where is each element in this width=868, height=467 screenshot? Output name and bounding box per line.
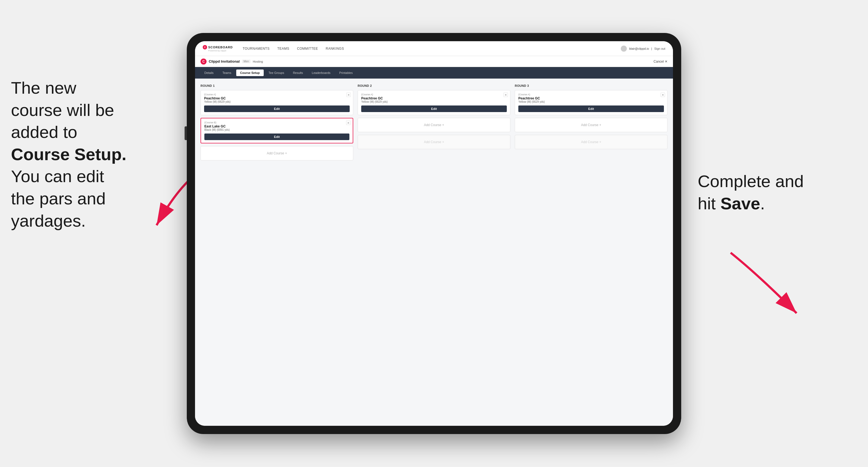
round2-course-a-tag: (Course A)	[361, 93, 507, 96]
tablet-frame: C SCOREBOARD Powered by clippd TOURNAMEN…	[187, 33, 681, 434]
tab-bar: Details Teams Course Setup Tee Groups Re…	[195, 67, 673, 79]
round3-add-course-2: Add Course +	[515, 135, 668, 149]
round2-add-course-1[interactable]: Add Course +	[358, 118, 510, 132]
top-nav: C SCOREBOARD Powered by clippd TOURNAMEN…	[195, 41, 673, 56]
tab-details[interactable]: Details	[200, 69, 218, 76]
annotation-left: The new course will be added to Course S…	[11, 77, 170, 232]
round3-add-course-2-text: Add Course +	[581, 140, 601, 144]
breadcrumb-content: C Clippd Invitational Men Hosting	[200, 59, 263, 65]
nav-committee[interactable]: COMMITTEE	[297, 47, 318, 51]
breadcrumb-bar: C Clippd Invitational Men Hosting Cancel…	[195, 56, 673, 67]
tab-tee-groups[interactable]: Tee Groups	[265, 69, 288, 76]
powered-label: Powered by clippd	[208, 50, 232, 52]
round1-course-b-edit-btn[interactable]: Edit	[205, 133, 349, 140]
tab-results[interactable]: Results	[289, 69, 307, 76]
round3-course-a-card: (Course A) Peachtree GC Yellow (M) (6629…	[515, 90, 668, 115]
breadcrumb-gender: Men	[242, 60, 250, 63]
round-1-label: Round 1	[200, 84, 353, 87]
arrow-right	[720, 247, 808, 324]
round3-add-course-1-text: Add Course +	[581, 123, 601, 127]
user-email: blair@clippd.io	[629, 47, 649, 50]
round-1-column: Round 1 (Course A) Peachtree GC Yellow (…	[200, 84, 353, 420]
cancel-button[interactable]: Cancel ✕	[653, 60, 668, 63]
course-b-details: Black (M) (6891 yds)	[205, 128, 349, 131]
round3-course-a-delete[interactable]: ✕	[661, 93, 665, 97]
nav-separator: |	[651, 47, 652, 50]
round3-course-a-edit-btn[interactable]: Edit	[518, 105, 664, 112]
nav-logo: C SCOREBOARD Powered by clippd	[203, 45, 232, 52]
user-avatar	[621, 45, 627, 52]
breadcrumb-status: Hosting	[253, 60, 263, 63]
tab-leaderboards[interactable]: Leaderboards	[308, 69, 334, 76]
round1-add-course-text: Add Course +	[267, 151, 287, 155]
round3-course-a-name: Peachtree GC	[518, 96, 664, 100]
course-a-delete-icon[interactable]: ✕	[346, 93, 351, 97]
round-2-label: Round 2	[358, 84, 510, 87]
round2-course-a-delete[interactable]: ✕	[503, 93, 508, 97]
round-3-column: Round 3 (Course A) Peachtree GC Yellow (…	[515, 84, 668, 420]
round1-course-b-card: (Course B) East Lake GC Black (M) (6891 …	[200, 118, 353, 144]
nav-rankings[interactable]: RANKINGS	[326, 47, 344, 51]
columns-area: Round 1 (Course A) Peachtree GC Yellow (…	[195, 79, 673, 426]
logo-icon: C	[203, 45, 207, 50]
tab-printables[interactable]: Printables	[335, 69, 356, 76]
round2-course-a-details: Yellow (M) (6629 yds)	[361, 100, 507, 103]
round1-add-course[interactable]: Add Course +	[200, 146, 353, 160]
course-b-tag: (Course B)	[205, 121, 349, 124]
breadcrumb-title: Clippd Invitational	[209, 59, 240, 63]
round2-add-course-2-text: Add Course +	[424, 140, 444, 144]
nav-teams[interactable]: TEAMS	[277, 47, 289, 51]
round2-add-course-2: Add Course +	[358, 135, 510, 149]
round2-course-a-card: (Course A) Peachtree GC Yellow (M) (6629…	[358, 90, 510, 115]
tab-course-setup[interactable]: Course Setup	[236, 69, 264, 76]
round3-add-course-1[interactable]: Add Course +	[515, 118, 668, 132]
tablet-screen: C SCOREBOARD Powered by clippd TOURNAMEN…	[195, 41, 673, 426]
round2-course-a-edit-btn[interactable]: Edit	[361, 105, 507, 112]
round-3-label: Round 3	[515, 84, 668, 87]
round1-course-a-edit-btn[interactable]: Edit	[204, 105, 350, 112]
tab-teams[interactable]: Teams	[219, 69, 235, 76]
round-2-column: Round 2 (Course A) Peachtree GC Yellow (…	[358, 84, 510, 420]
sign-out-link[interactable]: Sign out	[654, 47, 665, 50]
round1-course-a-card: (Course A) Peachtree GC Yellow (M) (6629…	[200, 90, 353, 115]
round3-course-a-tag: (Course A)	[518, 93, 664, 96]
nav-right: blair@clippd.io | Sign out	[621, 45, 665, 52]
round3-course-a-details: Yellow (M) (6629 yds)	[518, 100, 664, 103]
annotation-right: Complete and hit Save.	[698, 170, 835, 215]
nav-tournaments[interactable]: TOURNAMENTS	[243, 47, 270, 51]
course-b-name: East Lake GC	[205, 124, 349, 128]
nav-items: TOURNAMENTS TEAMS COMMITTEE RANKINGS	[243, 47, 613, 51]
course-a-details: Yellow (M) (6629 yds)	[204, 100, 350, 103]
course-b-delete-icon[interactable]: ✕	[346, 121, 350, 125]
round2-course-a-name: Peachtree GC	[361, 96, 507, 100]
scoreboard-label: SCOREBOARD	[208, 45, 232, 49]
course-a-name: Peachtree GC	[204, 96, 350, 100]
course-a-tag: (Course A)	[204, 93, 350, 96]
breadcrumb-logo: C	[200, 59, 207, 65]
round2-add-course-1-text: Add Course +	[424, 123, 444, 127]
